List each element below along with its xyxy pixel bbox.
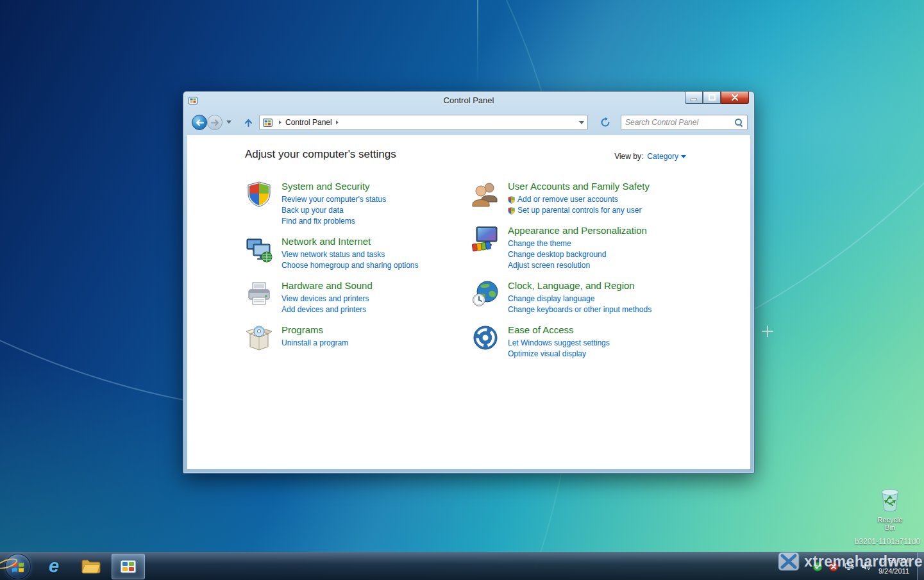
category-title[interactable]: System and Security (281, 181, 386, 192)
ease-of-access-icon[interactable] (471, 324, 500, 352)
taskbar-explorer-button[interactable] (74, 554, 108, 579)
up-button[interactable] (241, 116, 255, 129)
breadcrumb-separator-icon (279, 120, 281, 124)
internet-explorer-icon: e (49, 556, 59, 577)
category-link[interactable]: Adjust screen resolution (508, 260, 647, 271)
forward-button[interactable] (207, 115, 223, 130)
category-system-and-security: System and Security Review your computer… (245, 180, 469, 227)
uac-shield-icon (508, 207, 515, 215)
category-link[interactable]: Change desktop background (508, 249, 647, 260)
taskbar-control-panel-button[interactable] (112, 554, 145, 579)
background-sparkle (762, 326, 773, 337)
globe-clock-icon[interactable] (471, 279, 500, 308)
maximize-button[interactable] (703, 92, 721, 104)
background-streak (477, 0, 478, 83)
search-input[interactable] (625, 118, 734, 127)
recycle-bin-icon (877, 485, 903, 513)
page-title: Adjust your computer's settings (245, 148, 396, 161)
category-programs: Programs Uninstall a program (245, 324, 469, 352)
address-control-panel-icon (263, 118, 273, 128)
category-user-accounts: User Accounts and Family Safety Add or r… (471, 180, 741, 216)
category-link[interactable]: Set up parental controls for any user (508, 205, 650, 216)
category-link[interactable]: Add or remove user accounts (508, 194, 650, 205)
uac-shield-icon (508, 196, 515, 204)
watermark-brand: xtremehardware (778, 552, 923, 571)
category-link[interactable]: Add devices and printers (281, 304, 373, 315)
category-title[interactable]: Appearance and Personalization (508, 225, 647, 236)
printer-icon[interactable] (245, 279, 273, 308)
recent-pages-chevron[interactable] (226, 120, 231, 124)
watermark-brand-text: xtremehardware (804, 553, 923, 570)
window-title: Control Panel (183, 95, 754, 105)
category-title[interactable]: Network and Internet (281, 236, 418, 247)
category-title[interactable]: Programs (281, 324, 348, 335)
breadcrumb-separator-icon (336, 120, 339, 124)
close-button[interactable] (721, 92, 749, 104)
category-link[interactable]: Find and fix problems (281, 216, 386, 227)
category-link[interactable]: View network status and tasks (281, 249, 418, 260)
network-computers-icon[interactable] (245, 235, 273, 263)
taskbar-internet-explorer-button[interactable]: e (37, 554, 71, 579)
category-title[interactable]: Ease of Access (508, 324, 610, 335)
navigation-bar: Control Panel (183, 110, 754, 135)
category-link[interactable]: Review your computer's status (281, 194, 386, 205)
folder-icon (81, 559, 101, 574)
xtremehardware-logo-icon (778, 552, 800, 571)
chevron-down-icon (681, 155, 686, 158)
category-column-left: System and Security Review your computer… (245, 180, 469, 360)
category-link[interactable]: Change the theme (508, 238, 647, 249)
category-link[interactable]: Change display language (508, 294, 651, 304)
recycle-bin[interactable]: Recycle Bin (872, 485, 908, 531)
windows-flag-icon (12, 560, 24, 572)
security-shield-icon[interactable] (245, 180, 273, 208)
category-link[interactable]: Let Windows suggest settings (508, 338, 610, 349)
category-appearance-personalization: Appearance and Personalization Change th… (471, 224, 741, 271)
start-button[interactable] (5, 554, 31, 579)
back-button[interactable] (192, 115, 207, 130)
search-box (621, 115, 748, 130)
category-link[interactable]: Optimize visual display (508, 349, 610, 360)
view-by-control: View by: Category (614, 152, 686, 161)
minimize-button[interactable] (685, 92, 703, 104)
category-column-right: User Accounts and Family Safety Add or r… (471, 180, 741, 368)
category-ease-of-access: Ease of Access Let Windows suggest setti… (471, 324, 741, 360)
view-by-label: View by: (614, 152, 643, 161)
watermark-build-text: b3201-1101a711d0 (855, 537, 920, 546)
recycle-bin-label: Recycle Bin (872, 516, 908, 531)
user-accounts-icon[interactable] (471, 180, 500, 208)
category-hardware-and-sound: Hardware and Sound View devices and prin… (245, 279, 469, 315)
category-link[interactable]: View devices and printers (281, 294, 373, 304)
category-link[interactable]: Uninstall a program (281, 338, 348, 349)
category-title[interactable]: Hardware and Sound (281, 280, 373, 291)
breadcrumb-control-panel[interactable]: Control Panel (285, 118, 332, 127)
category-network-and-internet: Network and Internet View network status… (245, 235, 469, 271)
address-dropdown-icon[interactable] (579, 121, 584, 124)
category-title[interactable]: Clock, Language, and Region (508, 280, 651, 291)
category-link[interactable]: Back up your data (281, 205, 386, 216)
search-icon[interactable] (734, 118, 743, 127)
category-clock-language-region: Clock, Language, and Region Change displ… (471, 279, 741, 315)
titlebar[interactable]: Control Panel (183, 92, 754, 110)
category-link[interactable]: Change keyboards or other input methods (508, 304, 651, 315)
control-panel-taskbar-icon (120, 559, 137, 574)
personalization-icon[interactable] (471, 224, 500, 253)
category-title[interactable]: User Accounts and Family Safety (508, 181, 650, 192)
address-bar[interactable]: Control Panel (259, 115, 588, 130)
category-link[interactable]: Choose homegroup and sharing options (281, 260, 418, 271)
programs-box-icon[interactable] (245, 324, 273, 352)
control-panel-window: Control Panel (183, 91, 755, 474)
view-by-dropdown[interactable]: Category (647, 152, 686, 161)
refresh-button[interactable] (598, 115, 613, 130)
control-panel-content: Adjust your computer's settings View by:… (187, 135, 750, 469)
